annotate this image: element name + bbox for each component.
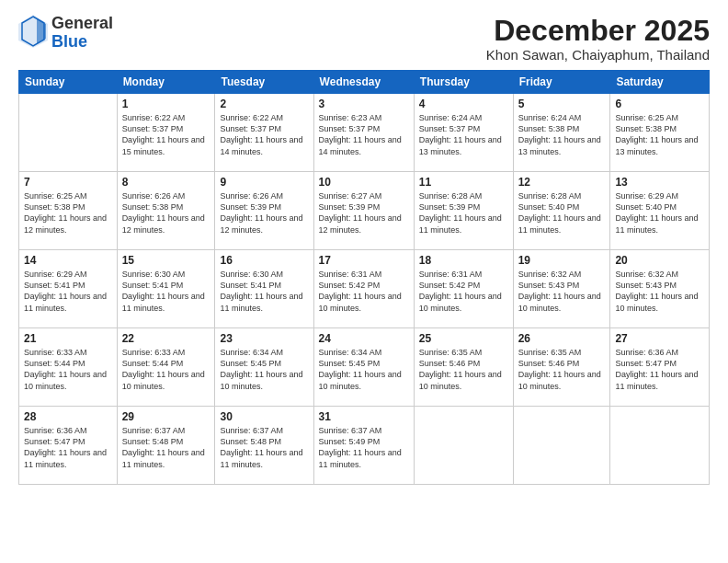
- logo-general: General: [51, 14, 113, 32]
- location-title: Khon Sawan, Chaiyaphum, Thailand: [486, 47, 710, 63]
- calendar-day-cell: 8Sunrise: 6:26 AM Sunset: 5:38 PM Daylig…: [117, 172, 215, 250]
- calendar-day-cell: 4Sunrise: 6:24 AM Sunset: 5:37 PM Daylig…: [414, 94, 513, 172]
- day-info: Sunrise: 6:25 AM Sunset: 5:38 PM Dayligh…: [24, 190, 112, 236]
- weekday-header: Sunday: [19, 71, 118, 94]
- day-info: Sunrise: 6:30 AM Sunset: 5:41 PM Dayligh…: [220, 269, 308, 314]
- calendar-day-cell: 22Sunrise: 6:33 AM Sunset: 5:44 PM Dayli…: [117, 328, 215, 407]
- calendar-day-cell: 28Sunrise: 6:36 AM Sunset: 5:47 PM Dayli…: [19, 407, 118, 485]
- calendar-week-row: 21Sunrise: 6:33 AM Sunset: 5:44 PM Dayli…: [19, 328, 710, 407]
- weekday-header: Wednesday: [313, 71, 414, 94]
- weekday-header: Thursday: [414, 71, 513, 94]
- day-number: 12: [518, 176, 606, 189]
- day-info: Sunrise: 6:28 AM Sunset: 5:39 PM Dayligh…: [419, 190, 508, 236]
- day-info: Sunrise: 6:22 AM Sunset: 5:37 PM Dayligh…: [220, 112, 308, 157]
- day-number: 21: [24, 332, 112, 345]
- title-block: December 2025 Khon Sawan, Chaiyaphum, Th…: [486, 15, 710, 63]
- day-number: 23: [220, 332, 308, 345]
- month-title: December 2025: [486, 15, 710, 47]
- day-number: 8: [122, 176, 210, 189]
- calendar-day-cell: [414, 407, 513, 485]
- day-number: 14: [24, 254, 112, 267]
- day-info: Sunrise: 6:35 AM Sunset: 5:46 PM Dayligh…: [518, 347, 606, 392]
- header: General Blue December 2025 Khon Sawan, C…: [18, 15, 710, 63]
- calendar-day-cell: 17Sunrise: 6:31 AM Sunset: 5:42 PM Dayli…: [313, 250, 414, 328]
- weekday-header: Saturday: [610, 71, 710, 94]
- day-info: Sunrise: 6:30 AM Sunset: 5:41 PM Dayligh…: [122, 269, 210, 314]
- day-number: 28: [24, 410, 112, 423]
- day-number: 15: [122, 254, 210, 267]
- day-info: Sunrise: 6:37 AM Sunset: 5:49 PM Dayligh…: [319, 425, 409, 470]
- logo-blue: Blue: [51, 32, 87, 51]
- day-number: 13: [615, 176, 704, 189]
- day-info: Sunrise: 6:26 AM Sunset: 5:38 PM Dayligh…: [122, 190, 210, 236]
- calendar-day-cell: 21Sunrise: 6:33 AM Sunset: 5:44 PM Dayli…: [19, 328, 118, 407]
- day-number: 6: [615, 98, 704, 110]
- day-number: 16: [220, 254, 308, 267]
- day-number: 31: [319, 410, 409, 423]
- day-info: Sunrise: 6:34 AM Sunset: 5:45 PM Dayligh…: [220, 347, 308, 392]
- day-info: Sunrise: 6:35 AM Sunset: 5:46 PM Dayligh…: [419, 347, 508, 392]
- calendar-day-cell: [513, 407, 610, 485]
- day-number: 20: [615, 254, 704, 267]
- day-info: Sunrise: 6:23 AM Sunset: 5:37 PM Dayligh…: [319, 112, 409, 157]
- day-info: Sunrise: 6:24 AM Sunset: 5:37 PM Dayligh…: [419, 112, 508, 157]
- calendar-body: 1Sunrise: 6:22 AM Sunset: 5:37 PM Daylig…: [19, 94, 710, 485]
- day-number: 7: [24, 176, 112, 189]
- day-number: 19: [518, 254, 606, 267]
- day-info: Sunrise: 6:28 AM Sunset: 5:40 PM Dayligh…: [518, 190, 606, 236]
- calendar-day-cell: 31Sunrise: 6:37 AM Sunset: 5:49 PM Dayli…: [313, 407, 414, 485]
- calendar-day-cell: [610, 407, 710, 485]
- day-number: 11: [419, 176, 508, 189]
- calendar-day-cell: 20Sunrise: 6:32 AM Sunset: 5:43 PM Dayli…: [610, 250, 710, 328]
- calendar-day-cell: 10Sunrise: 6:27 AM Sunset: 5:39 PM Dayli…: [313, 172, 414, 250]
- day-number: 9: [220, 176, 308, 189]
- day-info: Sunrise: 6:33 AM Sunset: 5:44 PM Dayligh…: [24, 347, 112, 392]
- calendar-header: SundayMondayTuesdayWednesdayThursdayFrid…: [19, 71, 710, 94]
- calendar-week-row: 28Sunrise: 6:36 AM Sunset: 5:47 PM Dayli…: [19, 407, 710, 485]
- calendar-week-row: 7Sunrise: 6:25 AM Sunset: 5:38 PM Daylig…: [19, 172, 710, 250]
- calendar-week-row: 14Sunrise: 6:29 AM Sunset: 5:41 PM Dayli…: [19, 250, 710, 328]
- day-number: 18: [419, 254, 508, 267]
- day-info: Sunrise: 6:34 AM Sunset: 5:45 PM Dayligh…: [319, 347, 409, 392]
- weekday-header: Monday: [117, 71, 215, 94]
- logo-icon: [18, 15, 48, 52]
- day-info: Sunrise: 6:32 AM Sunset: 5:43 PM Dayligh…: [615, 269, 704, 314]
- day-number: 4: [419, 98, 508, 110]
- calendar-day-cell: 1Sunrise: 6:22 AM Sunset: 5:37 PM Daylig…: [117, 94, 215, 172]
- calendar-day-cell: [19, 94, 118, 172]
- day-info: Sunrise: 6:36 AM Sunset: 5:47 PM Dayligh…: [24, 425, 112, 470]
- day-number: 30: [220, 410, 308, 423]
- calendar-day-cell: 25Sunrise: 6:35 AM Sunset: 5:46 PM Dayli…: [414, 328, 513, 407]
- day-info: Sunrise: 6:22 AM Sunset: 5:37 PM Dayligh…: [122, 112, 210, 157]
- day-number: 29: [122, 410, 210, 423]
- weekday-header: Tuesday: [215, 71, 313, 94]
- day-info: Sunrise: 6:26 AM Sunset: 5:39 PM Dayligh…: [220, 190, 308, 236]
- day-info: Sunrise: 6:25 AM Sunset: 5:38 PM Dayligh…: [615, 112, 704, 157]
- calendar-day-cell: 7Sunrise: 6:25 AM Sunset: 5:38 PM Daylig…: [19, 172, 118, 250]
- calendar-day-cell: 19Sunrise: 6:32 AM Sunset: 5:43 PM Dayli…: [513, 250, 610, 328]
- day-info: Sunrise: 6:37 AM Sunset: 5:48 PM Dayligh…: [220, 425, 308, 470]
- calendar-day-cell: 12Sunrise: 6:28 AM Sunset: 5:40 PM Dayli…: [513, 172, 610, 250]
- calendar-table: SundayMondayTuesdayWednesdayThursdayFrid…: [18, 70, 710, 485]
- day-info: Sunrise: 6:37 AM Sunset: 5:48 PM Dayligh…: [122, 425, 210, 470]
- day-info: Sunrise: 6:31 AM Sunset: 5:42 PM Dayligh…: [419, 269, 508, 314]
- weekday-header: Friday: [513, 71, 610, 94]
- logo-text: General Blue: [51, 15, 113, 52]
- day-number: 26: [518, 332, 606, 345]
- calendar-day-cell: 18Sunrise: 6:31 AM Sunset: 5:42 PM Dayli…: [414, 250, 513, 328]
- calendar-day-cell: 16Sunrise: 6:30 AM Sunset: 5:41 PM Dayli…: [215, 250, 313, 328]
- day-number: 27: [615, 332, 704, 345]
- calendar-day-cell: 24Sunrise: 6:34 AM Sunset: 5:45 PM Dayli…: [313, 328, 414, 407]
- day-info: Sunrise: 6:36 AM Sunset: 5:47 PM Dayligh…: [615, 347, 704, 392]
- calendar-week-row: 1Sunrise: 6:22 AM Sunset: 5:37 PM Daylig…: [19, 94, 710, 172]
- day-number: 17: [319, 254, 409, 267]
- calendar-day-cell: 6Sunrise: 6:25 AM Sunset: 5:38 PM Daylig…: [610, 94, 710, 172]
- calendar-day-cell: 3Sunrise: 6:23 AM Sunset: 5:37 PM Daylig…: [313, 94, 414, 172]
- calendar-day-cell: 9Sunrise: 6:26 AM Sunset: 5:39 PM Daylig…: [215, 172, 313, 250]
- header-row: SundayMondayTuesdayWednesdayThursdayFrid…: [19, 71, 710, 94]
- day-number: 2: [220, 98, 308, 110]
- calendar-day-cell: 30Sunrise: 6:37 AM Sunset: 5:48 PM Dayli…: [215, 407, 313, 485]
- day-number: 1: [122, 98, 210, 110]
- day-info: Sunrise: 6:32 AM Sunset: 5:43 PM Dayligh…: [518, 269, 606, 314]
- calendar-day-cell: 29Sunrise: 6:37 AM Sunset: 5:48 PM Dayli…: [117, 407, 215, 485]
